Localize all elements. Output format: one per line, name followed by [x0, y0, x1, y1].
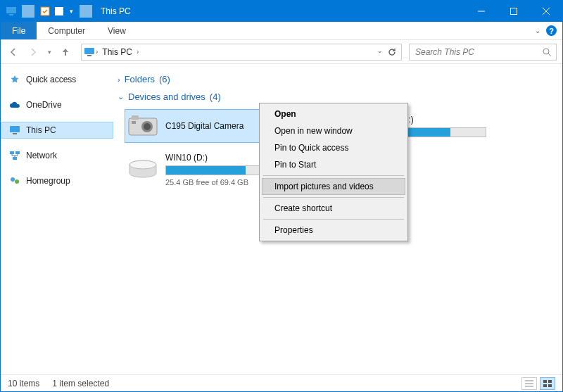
sidebar-item-label: Quick access — [26, 75, 76, 84]
ctx-open[interactable]: Open — [262, 106, 405, 122]
svg-rect-12 — [10, 126, 20, 132]
svg-rect-34 — [548, 380, 552, 383]
svg-rect-1 — [9, 14, 13, 15]
svg-line-11 — [548, 53, 551, 56]
window-title: This PC — [101, 6, 131, 16]
network-icon — [9, 150, 20, 161]
breadcrumb-this-pc[interactable]: This PC — [98, 47, 137, 57]
details-view-button[interactable] — [521, 377, 537, 390]
svg-rect-15 — [15, 151, 20, 154]
camera-icon — [127, 112, 158, 140]
svg-rect-23 — [132, 121, 136, 124]
star-icon — [9, 74, 20, 85]
search-input[interactable] — [414, 46, 542, 58]
cloud-icon — [9, 99, 20, 110]
group-count: (6) — [159, 74, 170, 84]
ctx-open-new-window[interactable]: Open in new window — [262, 122, 405, 139]
menu-separator — [263, 219, 404, 220]
svg-rect-14 — [10, 151, 14, 154]
back-button[interactable] — [5, 44, 22, 61]
chevron-right-icon: › — [118, 75, 120, 84]
app-icon — [5, 5, 18, 18]
tab-view[interactable]: View — [96, 22, 137, 39]
svg-rect-33 — [543, 380, 547, 383]
svg-rect-36 — [548, 384, 552, 387]
hard-drive-icon — [127, 156, 158, 184]
chevron-right-icon[interactable]: › — [137, 48, 139, 56]
sidebar-item-quick-access[interactable]: Quick access — [1, 71, 113, 88]
sidebar-item-onedrive[interactable]: OneDrive — [1, 96, 113, 113]
navigation-bar: ▾ › This PC › ⌄ — [1, 40, 562, 64]
qat-properties-icon[interactable] — [39, 5, 51, 18]
tab-computer[interactable]: Computer — [37, 22, 96, 39]
group-header-devices[interactable]: ⌄ Devices and drives (4) — [118, 91, 551, 102]
svg-rect-0 — [6, 7, 16, 13]
svg-rect-16 — [13, 157, 17, 160]
status-bar: 10 items 1 item selected — [1, 374, 562, 391]
qat-dropdown-icon[interactable]: ▾ — [67, 5, 75, 18]
address-bar[interactable]: › This PC › ⌄ — [81, 44, 402, 61]
minimize-button[interactable] — [465, 1, 498, 22]
help-icon[interactable]: ? — [546, 25, 557, 36]
status-selected-count: 1 item selected — [52, 379, 109, 388]
sidebar-item-network[interactable]: Network — [1, 147, 113, 164]
navigation-pane: Quick access OneDrive This PC Network — [1, 64, 113, 374]
sidebar-item-homegroup[interactable]: Homegroup — [1, 172, 113, 189]
ctx-import-pictures[interactable]: Import pictures and videos — [262, 178, 405, 195]
search-box[interactable] — [409, 44, 557, 61]
file-tab[interactable]: File — [1, 22, 37, 39]
svg-point-22 — [144, 123, 151, 130]
sidebar-item-label: Homegroup — [26, 176, 70, 186]
svg-rect-35 — [543, 384, 547, 387]
recent-locations-button[interactable]: ▾ — [44, 44, 54, 61]
svg-point-10 — [543, 49, 549, 54]
quick-access-toolbar: ▾ — [1, 5, 95, 18]
sidebar-item-label: Network — [26, 151, 57, 160]
group-header-folders[interactable]: › Folders (6) — [118, 74, 551, 84]
ctx-properties[interactable]: Properties — [262, 222, 405, 239]
status-item-count: 10 items — [8, 379, 39, 388]
menu-separator — [263, 197, 404, 198]
context-menu: Open Open in new window Pin to Quick acc… — [259, 103, 408, 241]
svg-point-17 — [11, 177, 15, 182]
forward-button[interactable] — [25, 44, 42, 61]
thumbnails-view-button[interactable] — [540, 377, 555, 390]
svg-rect-8 — [84, 48, 94, 54]
svg-rect-3 — [55, 7, 63, 15]
sidebar-item-this-pc[interactable]: This PC — [1, 122, 113, 139]
maximize-button[interactable] — [498, 1, 530, 22]
group-label: Devices and drives — [128, 91, 205, 102]
explorer-window: ▾ This PC File Computer View ⌄ ? — [0, 0, 563, 392]
sidebar-item-label: OneDrive — [26, 100, 62, 110]
svg-point-29 — [129, 160, 156, 169]
pc-icon — [9, 125, 20, 136]
chevron-down-icon: ⌄ — [118, 92, 124, 101]
svg-rect-20 — [132, 115, 139, 120]
address-dropdown-icon[interactable]: ⌄ — [377, 47, 383, 57]
ctx-pin-to-start[interactable]: Pin to Start — [262, 156, 405, 173]
title-bar: ▾ This PC — [1, 1, 562, 22]
menu-separator — [263, 175, 404, 176]
ribbon-tabs: File Computer View ⌄ ? — [1, 22, 562, 40]
homegroup-icon — [9, 175, 20, 186]
pc-icon — [83, 46, 96, 58]
group-count: (4) — [210, 91, 221, 102]
svg-rect-9 — [87, 55, 91, 56]
svg-rect-13 — [13, 133, 17, 134]
ctx-create-shortcut[interactable]: Create shortcut — [262, 200, 405, 217]
refresh-icon[interactable] — [387, 47, 397, 57]
svg-rect-5 — [511, 8, 517, 15]
group-label: Folders — [125, 74, 155, 84]
svg-point-18 — [15, 179, 19, 184]
ribbon-expand-icon[interactable]: ⌄ — [535, 27, 540, 34]
sidebar-item-label: This PC — [26, 125, 56, 135]
search-icon[interactable] — [542, 47, 552, 57]
close-button[interactable] — [530, 1, 562, 22]
up-button[interactable] — [57, 44, 74, 61]
ctx-pin-quick-access[interactable]: Pin to Quick access — [262, 139, 405, 156]
qat-newfolder-icon[interactable] — [53, 5, 65, 18]
